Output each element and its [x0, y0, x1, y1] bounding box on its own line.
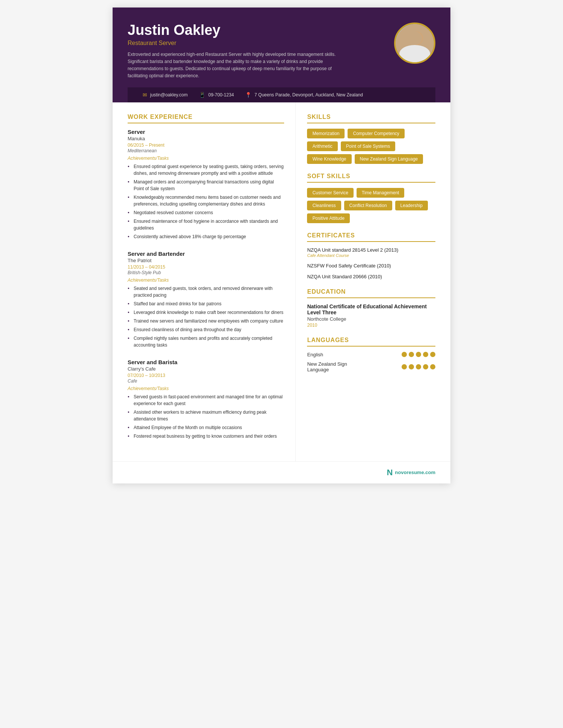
dot [423, 364, 428, 369]
soft-skill-tag: Time Management [357, 188, 405, 198]
job-bullets-3: Served guests in fast-paced environment … [128, 393, 284, 440]
job-bullets-2: Seated and served guests, took orders, a… [128, 285, 284, 348]
achievements-label-2: Achievements/Tasks [128, 278, 284, 283]
job-title-1: Server [128, 129, 284, 135]
bullet-2-2: Staffed bar and mixed drinks for bar pat… [128, 300, 284, 307]
edu-block-1: National Certificate of Educational Achi… [307, 303, 435, 328]
brand-logo: N novoresume.com [387, 468, 435, 477]
bullet-1-1: Ensured optimal guest experience by seat… [128, 163, 284, 177]
right-column: SKILLS Memorization Computer Competency … [296, 102, 450, 461]
cert-name-2: NZSFW Food Safety Certificate (2010) [307, 263, 435, 269]
email-contact: ✉ justin@oakley.com [143, 92, 188, 98]
bullet-1-5: Ensured maintenance of food hygiene in a… [128, 218, 284, 231]
job-dates-2: 11/2013 – 04/2015 [128, 264, 284, 270]
cert-subtitle-1: Cafe Attendant Course [307, 253, 435, 258]
edu-year-1: 2010 [307, 323, 435, 328]
svg-rect-3 [414, 44, 419, 49]
header-info: Justin Oakley Restaurant Server Extrover… [128, 23, 394, 80]
avatar-image [396, 24, 434, 62]
job-block-server-manuka: Server Manuka 06/2015 – Present Mediterr… [128, 129, 284, 240]
phone-contact: 📱 09-700-1234 [199, 92, 234, 98]
soft-skill-tag: Conflict Resolution [344, 201, 392, 210]
work-experience-title: WORK EXPERIENCE [128, 114, 284, 123]
education-section: EDUCATION National Certificate of Educat… [307, 288, 435, 328]
job-company-1: Manuka [128, 136, 284, 141]
achievements-label-1: Achievements/Tasks [128, 156, 284, 161]
edu-school-1: Northcote College [307, 316, 435, 322]
soft-skill-tag: Cleanliness [307, 201, 341, 210]
achievements-label-3: Achievements/Tasks [128, 386, 284, 391]
candidate-name: Justin Oakley [128, 23, 387, 38]
bullet-1-3: Knowledgeably recommended menu items bas… [128, 194, 284, 207]
skill-tag: Point of Sale Systems [341, 141, 395, 151]
address-value: 7 Queens Parade, Devonport, Auckland, Ne… [254, 92, 363, 98]
footer: N novoresume.com [113, 461, 450, 483]
skills-section: SKILLS Memorization Computer Competency … [307, 114, 435, 164]
job-block-server-bartender: Server and Bartender The Patriot 11/2013… [128, 251, 284, 348]
email-value: justin@oakley.com [150, 92, 188, 98]
bullet-3-2: Assisted other workers to achieve maximu… [128, 409, 284, 422]
language-dots-nzsl [402, 364, 435, 369]
job-company-2: The Patriot [128, 258, 284, 263]
dot [416, 364, 421, 369]
contact-bar: ✉ justin@oakley.com 📱 09-700-1234 📍 7 Qu… [128, 87, 435, 102]
phone-value: 09-700-1234 [208, 92, 234, 98]
main-content: WORK EXPERIENCE Server Manuka 06/2015 – … [113, 102, 450, 461]
cert-block-3: NZQA Unit Standard 20666 (2010) [307, 274, 435, 279]
languages-title: LANGUAGES [307, 337, 435, 347]
candidate-summary: Extroverted and experienced high-end Res… [128, 51, 345, 80]
job-company-3: Clarry's Cafe [128, 366, 284, 372]
cert-name-3: NZQA Unit Standard 20666 (2010) [307, 274, 435, 279]
bullet-1-4: Negotiated resolved customer concerns [128, 209, 284, 216]
skill-tag: Memorization [307, 129, 345, 138]
svg-point-2 [406, 47, 427, 62]
certificates-section: CERTIFICATES NZQA Unit standard 28145 Le… [307, 232, 435, 279]
email-icon: ✉ [143, 92, 147, 98]
dot [402, 352, 407, 357]
job-type-3: Cafe [128, 378, 284, 384]
bullet-3-1: Served guests in fast-paced environment … [128, 393, 284, 407]
edu-degree-1: National Certificate of Educational Achi… [307, 303, 435, 315]
skills-title: SKILLS [307, 114, 435, 123]
bullet-3-3: Attained Employee of the Month on multip… [128, 424, 284, 431]
skills-tags: Memorization Computer Competency Arithme… [307, 129, 435, 164]
soft-skills-title: SOFT SKILLS [307, 173, 435, 183]
job-type-1: Mediterranean [128, 148, 284, 153]
soft-skill-tag: Positive Attitude [307, 213, 349, 223]
cert-name-1: NZQA Unit standard 28145 Level 2 (2013) [307, 247, 435, 253]
avatar [394, 23, 435, 64]
phone-icon: 📱 [199, 92, 205, 98]
education-title: EDUCATION [307, 288, 435, 298]
soft-skills-tags: Customer Service Time Management Cleanli… [307, 188, 435, 223]
language-dots-english [402, 352, 435, 357]
bullet-2-4: Trained new servers and familiarized new… [128, 318, 284, 324]
bullet-2-1: Seated and served guests, took orders, a… [128, 285, 284, 299]
soft-skills-section: SOFT SKILLS Customer Service Time Manage… [307, 173, 435, 223]
job-dates-3: 07/2010 – 10/2013 [128, 373, 284, 378]
language-row-nzsl: New Zealand Sign Language [307, 361, 435, 372]
dot [409, 352, 414, 357]
candidate-title: Restaurant Server [128, 40, 387, 47]
languages-section: LANGUAGES English New Zealand Sign Langu… [307, 337, 435, 372]
svg-point-1 [409, 32, 423, 45]
dot [423, 352, 428, 357]
job-block-barista: Server and Barista Clarry's Cafe 07/2010… [128, 359, 284, 440]
left-column: WORK EXPERIENCE Server Manuka 06/2015 – … [113, 102, 296, 461]
bullet-2-3: Leveraged drink knowledge to make craft … [128, 309, 284, 316]
bullet-2-6: Compiled nightly sales numbers and profi… [128, 335, 284, 348]
job-bullets-1: Ensured optimal guest experience by seat… [128, 163, 284, 240]
bullet-3-4: Fostered repeat business by getting to k… [128, 433, 284, 440]
bullet-2-5: Ensured cleanliness of dining area throu… [128, 326, 284, 333]
dot [416, 352, 421, 357]
dot [402, 364, 407, 369]
bullet-1-2: Managed orders and accompanying financia… [128, 179, 284, 192]
dot [430, 352, 435, 357]
job-title-2: Server and Bartender [128, 251, 284, 257]
skill-tag: Computer Competency [348, 129, 404, 138]
language-name-english: English [307, 352, 356, 357]
bullet-1-6: Consistently achieved above 18% charge t… [128, 233, 284, 240]
certificates-title: CERTIFICATES [307, 232, 435, 242]
dot [430, 364, 435, 369]
soft-skill-tag: Customer Service [307, 188, 353, 198]
job-title-3: Server and Barista [128, 359, 284, 365]
